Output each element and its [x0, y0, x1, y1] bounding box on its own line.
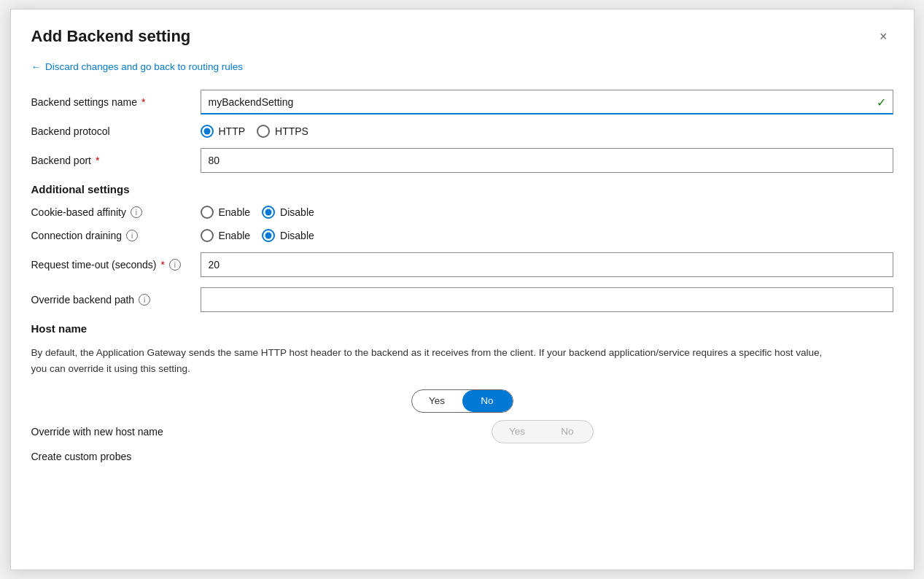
backend-settings-name-label: Backend settings name * — [31, 96, 192, 108]
connection-draining-radio-group: Enable Disable — [201, 229, 314, 242]
backend-port-input[interactable] — [201, 148, 893, 173]
backend-settings-name-input[interactable] — [201, 90, 893, 114]
request-timeout-label: Request time-out (seconds) * i — [31, 259, 192, 271]
connection-draining-row: Connection draining i Enable Disable — [31, 229, 893, 242]
cookie-affinity-row: Cookie-based affinity i Enable Disable — [31, 206, 893, 219]
close-button[interactable]: × — [874, 27, 893, 46]
host-name-section: Host name By default, the Application Ga… — [31, 322, 893, 462]
override-new-host-yes-option: Yes — [492, 421, 543, 443]
request-timeout-required: * — [160, 259, 164, 271]
create-custom-probes-row: Create custom probes — [31, 451, 893, 462]
connection-draining-disable-label: Disable — [280, 230, 314, 241]
cookie-affinity-radio-group: Enable Disable — [201, 206, 314, 219]
connection-draining-disable-radio[interactable] — [262, 229, 275, 242]
create-custom-probes-label: Create custom probes — [31, 451, 132, 462]
backend-port-label: Backend port * — [31, 155, 192, 166]
connection-draining-enable-radio[interactable] — [201, 229, 214, 242]
override-new-host-no-option: No — [543, 421, 593, 443]
cookie-affinity-enable-radio[interactable] — [201, 206, 214, 219]
required-indicator: * — [141, 96, 145, 108]
host-name-toggle-row: Yes No — [31, 389, 893, 413]
cookie-affinity-disable-option[interactable]: Disable — [262, 206, 314, 219]
override-backend-path-row: Override backend path i — [31, 287, 893, 312]
backend-protocol-radio-group: HTTP HTTPS — [201, 125, 308, 138]
connection-draining-enable-label: Enable — [219, 230, 251, 241]
host-name-title: Host name — [31, 322, 893, 335]
check-icon: ✓ — [877, 96, 886, 109]
back-link[interactable]: ← Discard changes and go back to routing… — [31, 61, 243, 72]
cookie-affinity-enable-option[interactable]: Enable — [201, 206, 251, 219]
override-backend-path-input[interactable] — [201, 287, 893, 312]
backend-settings-name-input-wrapper: ✓ — [201, 90, 893, 114]
override-new-host-toggle: Yes No — [492, 420, 594, 443]
request-timeout-row: Request time-out (seconds) * i — [31, 252, 893, 277]
host-name-toggle[interactable]: Yes No — [411, 389, 513, 413]
add-backend-setting-dialog: Add Backend setting × ← Discard changes … — [10, 9, 915, 570]
cookie-affinity-info-icon: i — [131, 206, 142, 218]
request-timeout-info-icon: i — [169, 259, 181, 271]
host-name-yes-option[interactable]: Yes — [412, 390, 462, 412]
protocol-http-option[interactable]: HTTP — [201, 125, 246, 138]
connection-draining-enable-option[interactable]: Enable — [201, 229, 251, 242]
protocol-http-radio[interactable] — [201, 125, 214, 138]
dialog-title: Add Backend setting — [31, 27, 191, 46]
cookie-affinity-enable-label: Enable — [219, 206, 251, 218]
protocol-https-label: HTTPS — [275, 125, 308, 137]
protocol-https-radio[interactable] — [257, 125, 270, 138]
backend-port-required: * — [96, 155, 99, 166]
cookie-affinity-label: Cookie-based affinity i — [31, 206, 192, 218]
protocol-http-label: HTTP — [219, 125, 246, 137]
override-new-host-row: Override with new host name Yes No — [31, 420, 893, 443]
connection-draining-label: Connection draining i — [31, 230, 192, 241]
backend-protocol-label: Backend protocol — [31, 125, 192, 137]
protocol-https-option[interactable]: HTTPS — [257, 125, 308, 138]
cookie-affinity-disable-label: Disable — [280, 206, 314, 218]
override-new-host-label: Override with new host name — [31, 426, 192, 438]
cookie-affinity-disable-radio[interactable] — [262, 206, 275, 219]
back-arrow-icon: ← — [31, 61, 42, 72]
dialog-header: Add Backend setting × — [31, 27, 893, 46]
override-backend-path-info-icon: i — [139, 294, 150, 306]
host-name-no-option[interactable]: No — [462, 390, 513, 412]
backend-settings-name-row: Backend settings name * ✓ — [31, 90, 893, 114]
backend-protocol-row: Backend protocol HTTP HTTPS — [31, 125, 893, 138]
override-backend-path-label: Override backend path i — [31, 294, 192, 306]
connection-draining-disable-option[interactable]: Disable — [262, 229, 314, 242]
request-timeout-input[interactable] — [201, 252, 893, 277]
host-name-description: By default, the Application Gateway send… — [31, 345, 834, 376]
back-link-text: Discard changes and go back to routing r… — [45, 61, 243, 72]
backend-port-row: Backend port * — [31, 148, 893, 173]
override-new-host-toggle-wrapper: Yes No — [192, 420, 893, 443]
additional-settings-title: Additional settings — [31, 183, 893, 195]
connection-draining-info-icon: i — [126, 230, 138, 241]
